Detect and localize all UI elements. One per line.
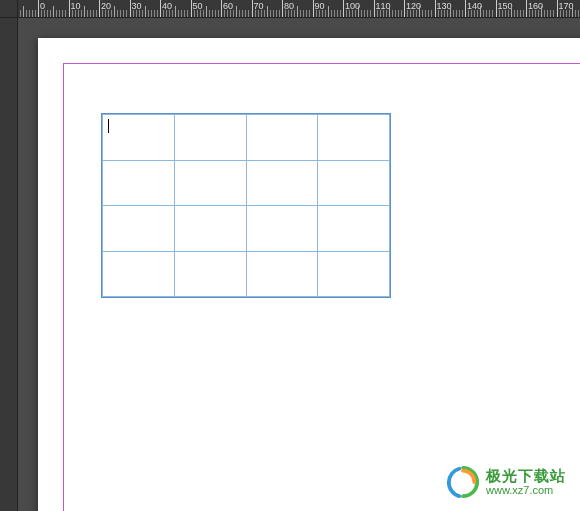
table-cell[interactable]: [103, 251, 175, 297]
table-cell[interactable]: [174, 206, 246, 252]
table-row: [103, 206, 390, 252]
table-cell[interactable]: [246, 251, 318, 297]
watermark-logo-icon: [446, 465, 480, 499]
table-cell[interactable]: [318, 206, 390, 252]
vertical-ruler[interactable]: [0, 18, 18, 511]
watermark-url: www.xz7.com: [486, 484, 566, 496]
text-cursor-icon: [108, 119, 109, 133]
ruler-corner[interactable]: [0, 0, 18, 18]
table-cell[interactable]: [174, 251, 246, 297]
watermark: 极光下载站 www.xz7.com: [446, 465, 566, 499]
table-cell[interactable]: [246, 115, 318, 161]
watermark-text: 极光下载站 www.xz7.com: [486, 468, 566, 497]
table-cell[interactable]: [318, 115, 390, 161]
table-row: [103, 160, 390, 206]
table-frame[interactable]: [101, 113, 391, 298]
canvas-area[interactable]: [18, 18, 580, 511]
table-cell[interactable]: [174, 160, 246, 206]
table-cell[interactable]: [318, 160, 390, 206]
horizontal-ruler[interactable]: 0102030405060708090100110120130140150160…: [18, 0, 580, 18]
table-row: [103, 115, 390, 161]
table-row: [103, 251, 390, 297]
document-page[interactable]: [38, 38, 580, 511]
table-grid[interactable]: [102, 114, 390, 297]
watermark-title: 极光下载站: [486, 468, 566, 485]
table-cell[interactable]: [318, 251, 390, 297]
table-cell[interactable]: [103, 115, 175, 161]
table-cell[interactable]: [246, 160, 318, 206]
table-cell[interactable]: [174, 115, 246, 161]
table-cell[interactable]: [103, 206, 175, 252]
table-cell[interactable]: [246, 206, 318, 252]
table-cell[interactable]: [103, 160, 175, 206]
